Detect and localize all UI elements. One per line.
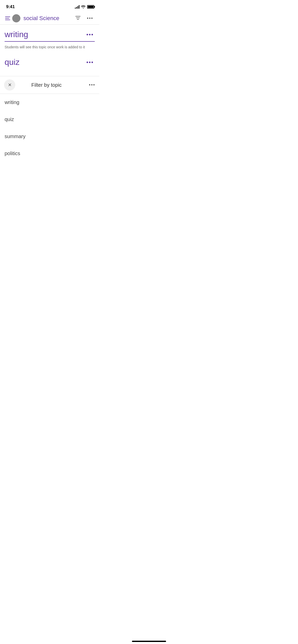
topic-writing-header: writing ••• <box>5 30 95 39</box>
topic-writing-subtitle: Students will see this topic once work i… <box>5 45 85 49</box>
topic-quiz-more[interactable]: ••• <box>85 58 95 67</box>
list-item[interactable]: writing <box>5 94 95 111</box>
list-item[interactable]: politics <box>5 145 95 162</box>
topic-writing-section: writing ••• Students will see this topic… <box>0 25 99 53</box>
topic-quiz-header: quiz ••• <box>5 57 95 67</box>
topic-writing-divider <box>5 41 95 42</box>
list-item[interactable]: summary <box>5 128 95 145</box>
topic-quiz-section: quiz ••• <box>0 53 99 74</box>
filter-more-icon[interactable]: ••• <box>89 82 95 88</box>
wifi-icon <box>81 5 86 9</box>
status-bar: 9:41 <box>0 0 99 12</box>
topic-writing-more[interactable]: ••• <box>85 30 95 39</box>
filter-item-summary: summary <box>5 134 25 139</box>
filter-topic-list: writing quiz summary politics <box>0 94 99 162</box>
filter-header: ✕ Filter by topic ••• <box>0 76 99 94</box>
filter-item-quiz: quiz <box>5 116 14 122</box>
status-icons <box>75 5 94 9</box>
topic-quiz-title: quiz <box>5 57 20 67</box>
more-options-icon[interactable]: ••• <box>85 15 95 22</box>
signal-icon <box>75 5 79 9</box>
filter-close-button[interactable]: ✕ <box>4 79 15 91</box>
close-icon: ✕ <box>8 83 12 87</box>
status-time: 9:41 <box>6 4 15 9</box>
avatar[interactable] <box>12 14 20 22</box>
list-item[interactable]: quiz <box>5 111 95 128</box>
filter-item-writing: writing <box>5 99 19 105</box>
menu-icon[interactable] <box>4 16 11 21</box>
topic-writing-title: writing <box>5 30 28 39</box>
navbar: social Science ••• <box>0 12 99 24</box>
content-area: writing ••• Students will see this topic… <box>0 25 99 162</box>
filter-title: Filter by topic <box>15 82 78 88</box>
filter-panel: ✕ Filter by topic ••• writing quiz summa… <box>0 76 99 162</box>
filter-icon[interactable] <box>73 14 83 22</box>
battery-icon <box>87 5 94 9</box>
filter-item-politics: politics <box>5 151 20 156</box>
app-title: social Science <box>23 15 71 22</box>
